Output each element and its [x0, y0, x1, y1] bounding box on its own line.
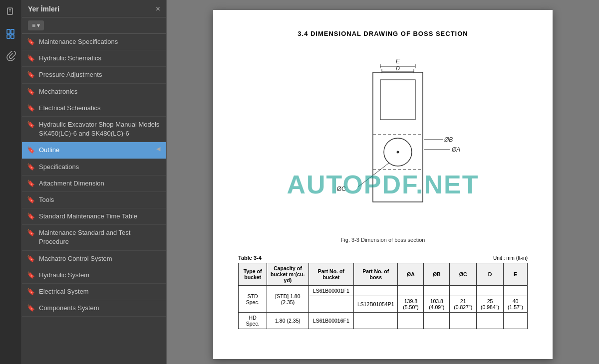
sidebar-item-outline[interactable]: 🔖 Outline ◀ [22, 142, 166, 159]
sidebar-close-button[interactable]: × [156, 5, 160, 13]
sidebar-item-hydraulic-excavator[interactable]: 🔖 Hydraulic Excavator Shop Manual Models… [22, 117, 166, 142]
bookmark-icon: 🔖 [27, 146, 35, 154]
fig-caption: Fig. 3-3 Dimension of boss section [238, 237, 528, 243]
sidebar-item-components-system[interactable]: 🔖 Components System [22, 300, 166, 317]
sidebar-item-machatro-control[interactable]: 🔖 Machatro Control System [22, 251, 166, 267]
cell-part-boss: LS12B01054P1 [354, 296, 398, 313]
attachments-icon[interactable] [4, 49, 18, 63]
section-title: 3.4 DIMENSIONAL DRAWING OF BOSS SECTION [238, 30, 528, 37]
sidebar-item-standard-maintenance[interactable]: 🔖 Standard Maintenance Time Table [22, 208, 166, 225]
table-header-row: Type of bucket Capacity of bucket m³(cu-… [239, 263, 528, 286]
svg-text:ØC: ØC [337, 185, 346, 192]
cell-ob [424, 313, 450, 329]
sidebar-item-label: Hydraulic Excavator Shop Manual Models S… [39, 120, 160, 138]
cell-part-boss [354, 313, 398, 329]
sidebar-item-label: Attachment Dimension [39, 179, 160, 188]
drawing-container: E D ØB ØA ØC [238, 52, 528, 232]
main-content: AUTOPDF.NET 3.4 DIMENSIONAL DRAWING OF B… [167, 0, 599, 364]
col-part-boss: Part No. of boss [354, 263, 398, 286]
sidebar-item-pressure-adjustments[interactable]: 🔖 Pressure Adjustments [22, 67, 166, 83]
cell-oa [398, 313, 424, 329]
sidebar-item-label: Hydraulic System [39, 271, 160, 280]
cell-oc: 21 (0.827") [450, 296, 477, 313]
bookmark-icon: 🔖 [27, 121, 35, 128]
sidebar-item-label: Tools [39, 195, 160, 204]
cell-part-bucket [308, 296, 353, 313]
cell-oa: 139.8 (5.50") [398, 296, 424, 313]
svg-rect-6 [11, 35, 14, 38]
cell-d [477, 313, 504, 329]
sidebar-item-mechatronics[interactable]: 🔖 Mechatronics [22, 84, 166, 100]
data-table: Type of bucket Capacity of bucket m³(cu-… [238, 263, 528, 329]
table-row: STD Spec. [STD] 1.80 (2.35) LS61B00001F1 [239, 286, 528, 296]
cell-part-bucket: LS61B00016F1 [308, 313, 353, 329]
sidebar-item-hydraulic-schematics[interactable]: 🔖 Hydraulic Schematics [22, 50, 166, 67]
pages-icon[interactable] [4, 5, 18, 19]
pdf-area: AUTOPDF.NET 3.4 DIMENSIONAL DRAWING OF B… [167, 0, 599, 364]
col-ob: ØB [424, 263, 450, 286]
svg-text:ØB: ØB [444, 136, 453, 143]
cell-ob: 103.8 (4.09") [424, 296, 450, 313]
sidebar-toolbar: ≡ ▾ [22, 17, 166, 34]
sidebar: Yer İmleri × ≡ ▾ 🔖 Maintenance Specifica… [22, 0, 167, 364]
table-header-row: Table 3-4 Unit : mm (ft-in) [238, 255, 528, 261]
sidebar-item-attachment-dimension[interactable]: 🔖 Attachment Dimension [22, 176, 166, 192]
cell-part-boss [354, 286, 398, 296]
sidebar-title: Yer İmleri [28, 5, 59, 13]
pdf-page: AUTOPDF.NET 3.4 DIMENSIONAL DRAWING OF B… [213, 10, 553, 359]
sidebar-item-maintenance-specs[interactable]: 🔖 Maintenance Specifications [22, 34, 166, 50]
cell-e [503, 286, 527, 296]
bookmark-icon: 🔖 [27, 229, 35, 236]
cell-d [477, 286, 504, 296]
bookmark-icon: 🔖 [27, 255, 35, 262]
bookmark-icon: 🔖 [27, 212, 35, 220]
sidebar-item-maintenance-standard[interactable]: 🔖 Maintenance Standard and Test Procedur… [22, 225, 166, 250]
sidebar-item-label: Standard Maintenance Time Table [39, 212, 160, 221]
bookmark-icon: 🔖 [27, 104, 35, 112]
table-row: HD Spec. 1.80 (2.35) LS61B00016F1 [239, 313, 528, 329]
svg-point-12 [397, 151, 399, 154]
bookmark-icon: 🔖 [27, 288, 35, 295]
bookmark-icon: 🔖 [27, 163, 35, 171]
cell-oc [450, 313, 477, 329]
sidebar-item-electrical-system[interactable]: 🔖 Electrical System [22, 284, 166, 300]
cell-oc [450, 286, 477, 296]
col-oc: ØC [450, 263, 477, 286]
svg-rect-4 [11, 29, 14, 34]
bookmark-icon: 🔖 [27, 38, 35, 45]
sidebar-item-specifications[interactable]: 🔖 Specifications [22, 159, 166, 176]
sidebar-header: Yer İmleri × [22, 0, 166, 17]
cell-oa [398, 286, 424, 296]
sidebar-item-electrical-schematics[interactable]: 🔖 Electrical Schematics [22, 100, 166, 117]
sidebar-item-hydraulic-system[interactable]: 🔖 Hydraulic System [22, 267, 166, 284]
sidebar-item-label: Specifications [39, 163, 160, 172]
table-number: Table 3-4 [238, 255, 262, 261]
cell-d: 25 (0.984") [477, 296, 504, 313]
svg-line-25 [358, 163, 389, 187]
bookmarks-icon[interactable] [4, 27, 18, 41]
cell-e [503, 313, 527, 329]
sidebar-item-label: Maintenance Specifications [39, 37, 160, 46]
sidebar-list: 🔖 Maintenance Specifications 🔖 Hydraulic… [22, 34, 166, 364]
col-part-bucket: Part No. of bucket [308, 263, 353, 286]
bookmark-icon: 🔖 [27, 54, 35, 62]
collapse-arrow-icon: ◀ [156, 146, 160, 152]
col-type: Type of bucket [239, 263, 267, 286]
sidebar-item-label: Maintenance Standard and Test Procedure [39, 228, 160, 246]
col-d: D [477, 263, 504, 286]
table-unit: Unit : mm (ft-in) [493, 255, 528, 261]
svg-rect-3 [7, 29, 10, 34]
col-capacity: Capacity of bucket m³(cu-yd) [267, 263, 308, 286]
svg-text:ØA: ØA [451, 146, 460, 153]
sidebar-menu-button[interactable]: ≡ ▾ [28, 20, 44, 30]
cell-capacity: [STD] 1.80 (2.35) [267, 286, 308, 313]
sidebar-item-label: Hydraulic Schematics [39, 54, 160, 63]
cell-type: HD Spec. [239, 313, 267, 329]
sidebar-item-tools[interactable]: 🔖 Tools [22, 192, 166, 208]
cell-part-bucket: LS61B00001F1 [308, 286, 353, 296]
svg-rect-5 [7, 35, 10, 38]
svg-text:D: D [396, 65, 400, 71]
bookmark-icon: 🔖 [27, 271, 35, 279]
cell-capacity: 1.80 (2.35) [267, 313, 308, 329]
col-e: E [503, 263, 527, 286]
